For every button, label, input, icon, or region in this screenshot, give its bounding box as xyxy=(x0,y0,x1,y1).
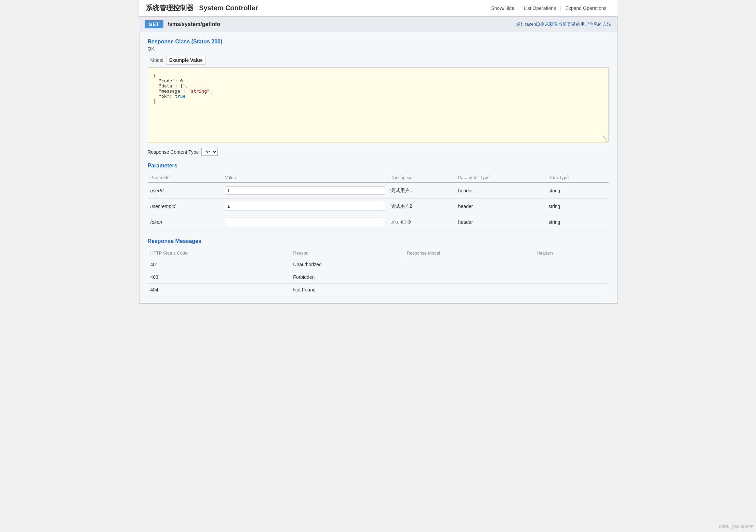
title-colon: : xyxy=(195,4,199,12)
table-row: userTempId 测试用户2 header string xyxy=(148,199,609,214)
param-description: token口令 xyxy=(388,214,455,230)
api-section: GET /sms/system/getInfo 通过taken口令来获取当前登录… xyxy=(139,16,618,304)
param-type: header xyxy=(455,214,546,230)
model-tabs: Model Example Value xyxy=(148,56,609,65)
param-type: header xyxy=(455,199,546,214)
parameters-table: Parameter Value Description Parameter Ty… xyxy=(148,173,609,230)
response-code: 403 xyxy=(148,271,291,284)
param-description: 测试用户2 xyxy=(388,199,455,214)
table-row: userId 测试用户1 header string xyxy=(148,182,609,199)
response-code: 401 xyxy=(148,258,291,271)
params-header-row: Parameter Value Description Parameter Ty… xyxy=(148,173,609,182)
param-value-input[interactable] xyxy=(225,202,385,210)
resize-handle: ⤡ xyxy=(602,134,607,141)
col-description: Description xyxy=(388,173,455,182)
param-value-cell xyxy=(222,214,388,230)
show-hide-link[interactable]: Show/Hide xyxy=(487,5,518,11)
response-model xyxy=(404,258,534,271)
response-headers xyxy=(534,271,609,284)
table-row: 403 Forbidden xyxy=(148,271,609,284)
response-code: 404 xyxy=(148,284,291,296)
response-messages-title: Response Messages xyxy=(148,238,609,244)
param-data-type: string xyxy=(546,199,608,214)
param-value-input[interactable] xyxy=(225,218,385,226)
param-name: userId xyxy=(148,182,222,199)
param-description: 测试用户1 xyxy=(388,182,455,199)
col-parameter: Parameter xyxy=(148,173,222,182)
param-value-cell xyxy=(222,199,388,214)
col-data-type: Data Type xyxy=(546,173,608,182)
col-value: Value xyxy=(222,173,388,182)
response-model xyxy=(404,271,534,284)
table-row: 401 Unauthorized xyxy=(148,258,609,271)
expand-operations-link[interactable]: Expand Operations xyxy=(561,5,611,11)
param-type: header xyxy=(455,182,546,199)
param-name: userTempId xyxy=(148,199,222,214)
response-model xyxy=(404,284,534,296)
parameters-title: Parameters xyxy=(148,163,609,169)
response-reason: Forbidden xyxy=(290,271,404,284)
api-path: /sms/system/getInfo xyxy=(168,21,220,27)
api-bar-left: GET /sms/system/getInfo xyxy=(145,20,221,28)
col-response-model: Response Model xyxy=(404,248,534,258)
tab-example-value[interactable]: Example Value xyxy=(166,56,206,65)
table-row: token token口令 header string xyxy=(148,214,609,230)
header-actions: Show/Hide | List Operations | Expand Ope… xyxy=(487,5,610,11)
list-operations-link[interactable]: List Operations xyxy=(520,5,560,11)
page-title: 系统管理控制器 : System Controller xyxy=(146,3,258,13)
response-headers xyxy=(534,258,609,271)
tab-model[interactable]: Model xyxy=(148,56,166,64)
api-bar[interactable]: GET /sms/system/getInfo 通过taken口令来获取当前登录… xyxy=(139,17,617,32)
code-block: { "code": 0, "data": {}, "message": "str… xyxy=(148,67,609,142)
response-content-type-label: Response Content Type xyxy=(148,149,199,155)
col-headers: Headers xyxy=(534,248,609,258)
response-reason: Unauthorized xyxy=(290,258,404,271)
title-cn: 系统管理控制器 xyxy=(146,4,194,12)
response-messages-table: HTTP Status Code Reason Response Model H… xyxy=(148,248,609,296)
col-parameter-type: Parameter Type xyxy=(455,173,546,182)
response-class-title: Response Class (Status 200) xyxy=(148,39,609,45)
response-status-ok: OK xyxy=(148,46,609,52)
top-header: 系统管理控制器 : System Controller Show/Hide | … xyxy=(139,0,618,16)
param-value-cell xyxy=(222,182,388,199)
api-description: 通过taken口令来获取当前登录的用户信息的方法 xyxy=(516,21,612,27)
response-reason: Not Found xyxy=(290,284,404,296)
title-en: System Controller xyxy=(199,4,258,12)
table-row: 404 Not Found xyxy=(148,284,609,296)
method-badge: GET xyxy=(145,20,164,28)
param-data-type: string xyxy=(546,214,608,230)
col-reason: Reason xyxy=(290,248,404,258)
content-type-select[interactable]: */* xyxy=(201,148,218,156)
param-value-input[interactable] xyxy=(225,186,385,195)
param-data-type: string xyxy=(546,182,608,199)
response-header-row: HTTP Status Code Reason Response Model H… xyxy=(148,248,609,258)
response-headers xyxy=(534,284,609,296)
content-area: Response Class (Status 200) OK Model Exa… xyxy=(139,32,617,303)
response-content-type-row: Response Content Type */* xyxy=(148,148,609,156)
param-name: token xyxy=(148,214,222,230)
col-http-status: HTTP Status Code xyxy=(148,248,291,258)
